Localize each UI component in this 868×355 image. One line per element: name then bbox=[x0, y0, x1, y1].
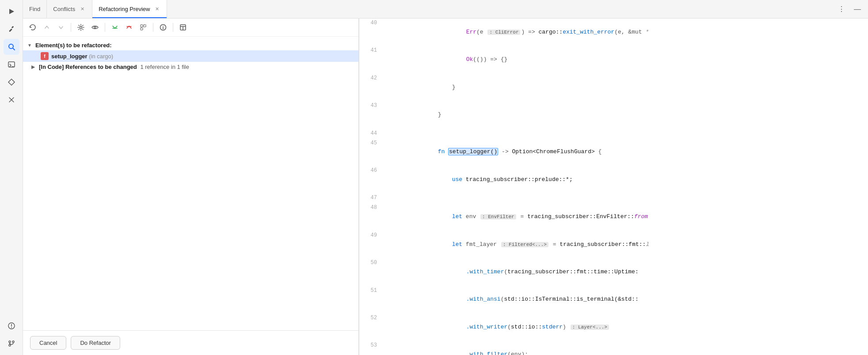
code-content-50: .with_timer(tracing_subscriber::fmt::tim… bbox=[396, 258, 868, 286]
settings-button[interactable] bbox=[75, 21, 87, 34]
sidebar-icon-hammer[interactable] bbox=[4, 21, 19, 37]
svg-point-15 bbox=[9, 344, 11, 346]
toolbar-separator-3 bbox=[153, 23, 153, 32]
svg-rect-1 bbox=[9, 29, 12, 32]
code-line-45: 45 fn setup_logger() -> Option<ChromeFlu… bbox=[359, 139, 868, 166]
line-num-45: 45 bbox=[359, 139, 386, 147]
sidebar-icon-close[interactable] bbox=[4, 92, 19, 108]
elements-section-label: Element(s) to be refactored: bbox=[35, 42, 112, 49]
tab-refactoring-preview-label: Refactoring Preview bbox=[99, 6, 150, 12]
func-node-name: setup_logger bbox=[51, 53, 88, 60]
code-line-50: 50 .with_timer(tracing_subscriber::fmt::… bbox=[359, 258, 868, 286]
tab-conflicts-close[interactable]: ✕ bbox=[79, 6, 86, 13]
svg-line-4 bbox=[13, 48, 15, 50]
sidebar-icon-diamond[interactable] bbox=[4, 74, 19, 90]
svg-marker-7 bbox=[8, 79, 15, 85]
select-button[interactable] bbox=[137, 21, 149, 34]
right-panel: 40 Err(e : CliError) => cargo::exit_with… bbox=[359, 19, 868, 355]
references-label: [In Code] References to be changed 1 ref… bbox=[39, 64, 189, 70]
bottom-buttons: Cancel Do Refactor bbox=[23, 330, 358, 355]
panel-toolbar bbox=[23, 19, 358, 37]
func-icon: f bbox=[41, 52, 49, 60]
sidebar-icon-search[interactable] bbox=[4, 39, 19, 55]
code-line-44: 44 bbox=[359, 129, 868, 139]
refresh-button[interactable] bbox=[27, 21, 39, 34]
svg-point-14 bbox=[12, 341, 14, 343]
references-count: 1 reference in 1 file bbox=[140, 64, 189, 70]
line-num-53: 53 bbox=[359, 341, 386, 350]
line-num-50: 50 bbox=[359, 259, 386, 267]
code-content-48: let env : EnvFilter = tracing_subscriber… bbox=[396, 203, 868, 230]
toolbar-separator-4 bbox=[173, 23, 173, 32]
svg-rect-5 bbox=[8, 62, 15, 67]
sidebar-icon-git[interactable] bbox=[4, 336, 19, 351]
tab-find-label: Find bbox=[29, 6, 40, 12]
code-line-49: 49 let fmt_layer : Filtered<...> = traci… bbox=[359, 231, 868, 258]
code-line-52: 52 .with_writer(std::io::stderr) : Layer… bbox=[359, 313, 868, 341]
tab-conflicts[interactable]: Conflicts ✕ bbox=[47, 0, 92, 18]
tree-node-setup-logger[interactable]: f setup_logger (in cargo) bbox=[23, 50, 358, 62]
code-content-45: fn setup_logger() -> Option<ChromeFlushG… bbox=[396, 139, 868, 166]
code-content-51: .with_ansi(std::io::IsTerminal::is_termi… bbox=[396, 286, 868, 313]
code-editor[interactable]: 40 Err(e : CliError) => cargo::exit_with… bbox=[359, 19, 868, 355]
code-content-44 bbox=[396, 129, 868, 138]
elements-section-header[interactable]: ▼ Element(s) to be refactored: bbox=[23, 40, 358, 50]
line-num-46: 46 bbox=[359, 166, 386, 175]
code-line-40: 40 Err(e : CliError) => cargo::exit_with… bbox=[359, 19, 868, 46]
code-line-53: 53 .with_filter(env); bbox=[359, 341, 868, 355]
code-line-42: 42 } bbox=[359, 74, 868, 101]
svg-point-18 bbox=[94, 26, 96, 28]
svg-rect-2 bbox=[11, 26, 14, 29]
tab-find[interactable]: Find bbox=[23, 0, 47, 18]
svg-rect-23 bbox=[141, 28, 143, 30]
svg-point-13 bbox=[9, 341, 11, 343]
sidebar bbox=[0, 0, 23, 355]
sidebar-icon-terminal[interactable] bbox=[4, 57, 19, 72]
references-section-header[interactable]: ▶ [In Code] References to be changed 1 r… bbox=[23, 62, 358, 72]
svg-point-12 bbox=[11, 327, 12, 328]
code-content-40: Err(e : CliError) => cargo::exit_with_er… bbox=[396, 19, 868, 46]
code-content-46: use tracing_subscriber::prelude::*; bbox=[396, 166, 868, 193]
layout-button[interactable] bbox=[177, 21, 189, 34]
svg-rect-21 bbox=[141, 25, 143, 27]
line-num-44: 44 bbox=[359, 129, 386, 138]
cancel-button[interactable]: Cancel bbox=[30, 336, 66, 350]
code-line-48: 48 let env : EnvFilter = tracing_subscri… bbox=[359, 203, 868, 230]
tab-refactoring-preview[interactable]: Refactoring Preview ✕ bbox=[92, 0, 167, 18]
do-refactor-button[interactable]: Do Refactor bbox=[71, 336, 120, 350]
line-num-49: 49 bbox=[359, 231, 386, 240]
line-num-42: 42 bbox=[359, 74, 386, 83]
svg-point-26 bbox=[163, 26, 164, 26]
svg-point-17 bbox=[80, 26, 82, 29]
line-num-52: 52 bbox=[359, 314, 386, 322]
accept-button[interactable] bbox=[109, 21, 121, 34]
code-line-41: 41 Ok(()) => {} bbox=[359, 46, 868, 73]
line-num-48: 48 bbox=[359, 204, 386, 212]
code-content-43: } bbox=[396, 101, 868, 128]
elements-section-chevron: ▼ bbox=[27, 42, 33, 49]
left-panel: ▼ Element(s) to be refactored: f setup_l… bbox=[23, 19, 359, 355]
line-num-41: 41 bbox=[359, 46, 386, 55]
code-line-43: 43 } bbox=[359, 101, 868, 128]
svg-marker-0 bbox=[9, 9, 14, 14]
reject-button[interactable] bbox=[123, 21, 135, 34]
line-num-40: 40 bbox=[359, 19, 386, 27]
func-node-label: setup_logger (in cargo) bbox=[51, 53, 113, 60]
tab-minimize-button[interactable]: — bbox=[851, 3, 864, 15]
code-content-52: .with_writer(std::io::stderr) : Layer<..… bbox=[396, 313, 868, 341]
next-button[interactable] bbox=[55, 21, 67, 34]
code-content-41: Ok(()) => {} bbox=[396, 46, 868, 73]
info-button[interactable] bbox=[157, 21, 169, 34]
tab-bar-actions: ⋮ — bbox=[831, 0, 868, 18]
svg-rect-22 bbox=[144, 25, 146, 27]
toolbar-separator-2 bbox=[105, 23, 105, 32]
tab-refactoring-preview-close[interactable]: ✕ bbox=[153, 6, 160, 13]
sidebar-icon-problems[interactable] bbox=[4, 318, 19, 334]
tab-bar: Find Conflicts ✕ Refactoring Preview ✕ ⋮… bbox=[23, 0, 868, 19]
prev-button[interactable] bbox=[41, 21, 53, 34]
sidebar-icon-run[interactable] bbox=[4, 4, 19, 19]
code-line-51: 51 .with_ansi(std::io::IsTerminal::is_te… bbox=[359, 286, 868, 313]
tab-more-button[interactable]: ⋮ bbox=[835, 3, 848, 15]
tree-content: ▼ Element(s) to be refactored: f setup_l… bbox=[23, 37, 358, 330]
view-button[interactable] bbox=[89, 21, 101, 34]
